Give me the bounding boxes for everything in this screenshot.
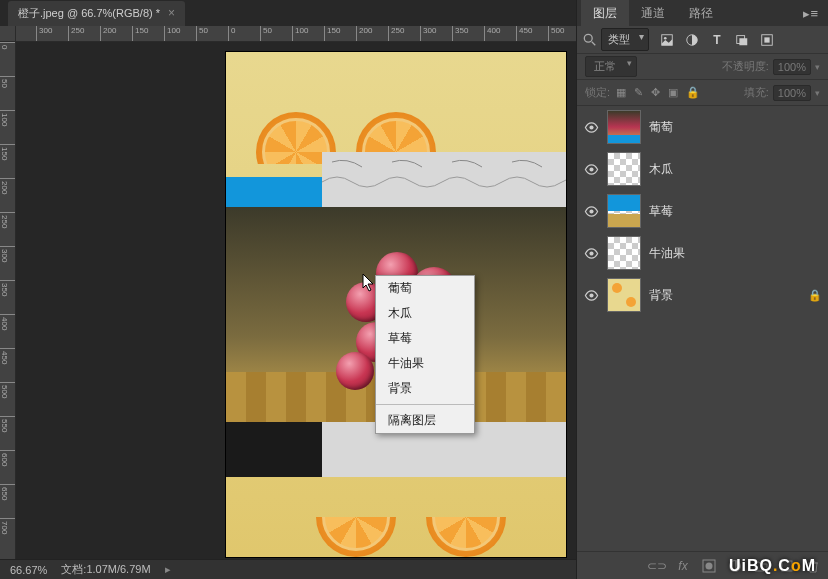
watermark: UiBQ.CoM <box>729 557 816 575</box>
layer-row[interactable]: 背景🔒 <box>577 274 828 316</box>
layer-row[interactable]: 牛油果 <box>577 232 828 274</box>
layers-panel: 图层 通道 路径 ▸≡ 类型 T 正常 不透明度: 100% ▾ 锁定: ▦ ✎… <box>576 0 828 579</box>
svg-point-0 <box>584 34 592 42</box>
blue-strip <box>226 177 322 207</box>
visibility-toggle-icon[interactable] <box>583 161 599 177</box>
visibility-toggle-icon[interactable] <box>583 119 599 135</box>
cursor-icon <box>362 273 376 293</box>
layer-context-menu: 葡萄 木瓜 草莓 牛油果 背景 隔离图层 <box>375 275 475 434</box>
lock-bar: 锁定: ▦ ✎ ✥ ▣ 🔒 填充: 100% ▾ <box>577 80 828 106</box>
blend-mode-select[interactable]: 正常 <box>585 56 637 77</box>
layer-thumbnail[interactable] <box>607 236 641 270</box>
filter-pixel-icon[interactable] <box>659 32 675 48</box>
panel-tab-bar: 图层 通道 路径 ▸≡ <box>577 0 828 26</box>
layer-name[interactable]: 木瓜 <box>649 161 673 178</box>
lock-transparency-icon[interactable]: ▦ <box>616 86 626 99</box>
lock-position-icon[interactable]: ✥ <box>651 86 660 99</box>
filter-smart-icon[interactable] <box>759 32 775 48</box>
menu-item[interactable]: 牛油果 <box>376 351 474 376</box>
svg-point-11 <box>589 209 593 213</box>
orange-slice <box>426 477 506 557</box>
menu-item[interactable]: 葡萄 <box>376 276 474 301</box>
chevron-down-icon[interactable]: ▾ <box>815 88 820 98</box>
svg-point-3 <box>664 36 667 39</box>
link-layers-icon[interactable]: ⊂⊃ <box>650 559 664 573</box>
ruler-horizontal[interactable]: 3002502001501005005010015020025030035040… <box>16 26 576 42</box>
fill-label: 填充: <box>744 85 769 100</box>
dark-strip <box>226 422 322 477</box>
chevron-down-icon[interactable]: ▾ <box>815 62 820 72</box>
chevron-right-icon[interactable]: ▸ <box>165 563 171 576</box>
svg-point-10 <box>589 167 593 171</box>
filter-shape-icon[interactable] <box>734 32 750 48</box>
layer-list[interactable]: 葡萄木瓜草莓牛油果背景🔒 <box>577 106 828 551</box>
ruler-vertical[interactable]: 0501001502002503003504004505005506006507… <box>0 42 16 559</box>
opacity-label: 不透明度: <box>722 59 769 74</box>
layer-mask-icon[interactable] <box>702 559 716 573</box>
visibility-toggle-icon[interactable] <box>583 287 599 303</box>
tab-layers[interactable]: 图层 <box>581 0 629 27</box>
visibility-toggle-icon[interactable] <box>583 203 599 219</box>
panel-menu-icon[interactable]: ▸≡ <box>797 6 824 21</box>
fill-value[interactable]: 100% <box>773 85 811 101</box>
tab-channels[interactable]: 通道 <box>629 0 677 27</box>
layer-thumbnail[interactable] <box>607 110 641 144</box>
menu-item[interactable]: 背景 <box>376 376 474 401</box>
filter-text-icon[interactable]: T <box>709 32 725 48</box>
layer-thumbnail[interactable] <box>607 278 641 312</box>
document-tab[interactable]: 橙子.jpeg @ 66.7%(RGB/8) * × <box>8 1 185 26</box>
layer-name[interactable]: 背景 <box>649 287 673 304</box>
marble-texture <box>322 152 566 207</box>
search-icon <box>583 33 597 47</box>
lock-label: 锁定: <box>585 85 610 100</box>
lock-icon: 🔒 <box>808 289 822 302</box>
filter-type-select[interactable]: 类型 <box>601 28 649 51</box>
svg-point-15 <box>706 562 713 569</box>
visibility-toggle-icon[interactable] <box>583 245 599 261</box>
layer-row[interactable]: 木瓜 <box>577 148 828 190</box>
layer-thumbnail[interactable] <box>607 152 641 186</box>
layer-name[interactable]: 草莓 <box>649 203 673 220</box>
canvas-viewport[interactable] <box>16 42 576 559</box>
filter-adjust-icon[interactable] <box>684 32 700 48</box>
opacity-value[interactable]: 100% <box>773 59 811 75</box>
svg-point-9 <box>589 125 593 129</box>
layer-filter-bar: 类型 T <box>577 26 828 54</box>
zoom-level[interactable]: 66.67% <box>10 564 47 576</box>
svg-line-1 <box>592 41 596 45</box>
doc-info[interactable]: 文档:1.07M/6.79M <box>61 562 150 577</box>
orange-slice <box>316 477 396 557</box>
layer-name[interactable]: 葡萄 <box>649 119 673 136</box>
svg-rect-6 <box>739 38 747 45</box>
menu-item[interactable]: 木瓜 <box>376 301 474 326</box>
status-bar: 66.67% 文档:1.07M/6.79M ▸ <box>0 559 576 579</box>
lock-all-icon[interactable]: 🔒 <box>686 86 700 99</box>
layer-thumbnail[interactable] <box>607 194 641 228</box>
ruler-origin[interactable] <box>0 26 16 42</box>
layer-row[interactable]: 草莓 <box>577 190 828 232</box>
lock-artboard-icon[interactable]: ▣ <box>668 86 678 99</box>
layer-row[interactable]: 葡萄 <box>577 106 828 148</box>
layer-name[interactable]: 牛油果 <box>649 245 685 262</box>
menu-item[interactable]: 草莓 <box>376 326 474 351</box>
tab-title: 橙子.jpeg @ 66.7%(RGB/8) * <box>18 6 160 21</box>
tab-paths[interactable]: 路径 <box>677 0 725 27</box>
close-icon[interactable]: × <box>168 6 175 20</box>
blend-mode-bar: 正常 不透明度: 100% ▾ <box>577 54 828 80</box>
menu-item-isolate[interactable]: 隔离图层 <box>376 408 474 433</box>
layer-fx-icon[interactable]: fx <box>676 559 690 573</box>
svg-rect-8 <box>764 37 769 42</box>
lock-pixels-icon[interactable]: ✎ <box>634 86 643 99</box>
svg-point-12 <box>589 251 593 255</box>
svg-point-13 <box>589 293 593 297</box>
menu-separator <box>376 404 474 405</box>
